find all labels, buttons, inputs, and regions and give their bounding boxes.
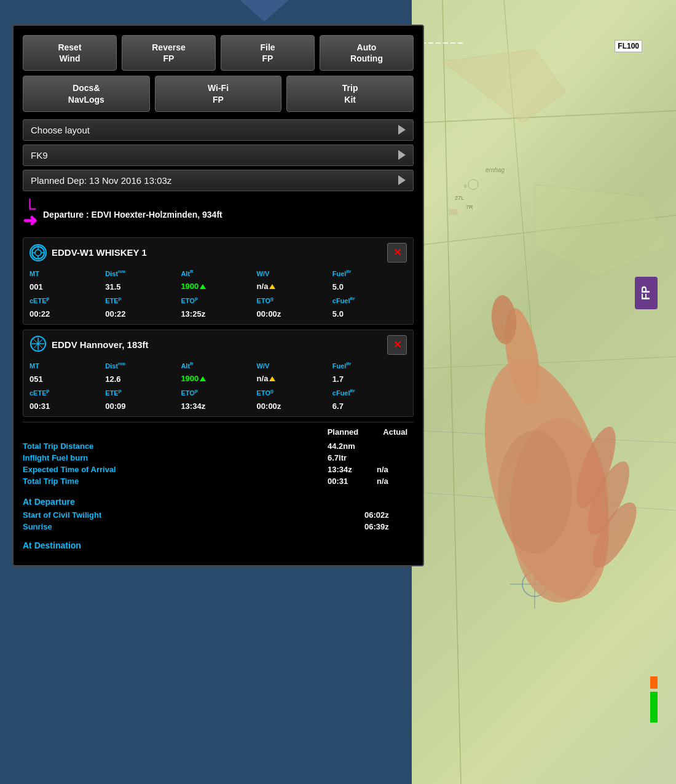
layout-arrow-icon: [398, 125, 406, 135]
svg-point-27: [35, 250, 41, 256]
green-indicator-bar: [650, 692, 658, 723]
fuel-value-2: 1.7: [332, 374, 344, 384]
waypoint-2-name: EDDV Hannover, 183ft: [52, 339, 387, 350]
svg-point-5: [468, 180, 478, 189]
eta-actual: n/a: [377, 465, 414, 474]
actual-header: Actual: [383, 427, 407, 437]
wp2-alt-value: 1900: [181, 373, 255, 384]
twilight-section: At Departure Start of Civil Twilight 06:…: [23, 492, 414, 556]
sunrise-row: Sunrise 06:39z: [23, 521, 414, 533]
svg-point-25: [498, 430, 572, 553]
reset-wind-button[interactable]: ResetWind: [23, 35, 117, 71]
wp1-cfuel-value: 5.0: [332, 308, 407, 319]
trip-kit-button[interactable]: TripKit: [286, 76, 414, 111]
wv-arrow-2: [269, 376, 275, 381]
wp1-dist-label: Distnm: [105, 267, 179, 279]
wp1-etog-label: ETOg: [257, 295, 331, 306]
alt-label-1: Altft: [181, 270, 193, 277]
reverse-fp-button[interactable]: ReverseFP: [122, 35, 216, 71]
wp1-alt-label: Altft: [181, 267, 255, 279]
vor-icon-1: [29, 244, 47, 261]
destination-twilight-header: At Destination: [23, 540, 414, 551]
wp1-data-row3: cETEp ETEp ETOp ETOg cFuelltr: [29, 295, 407, 306]
wp1-data-row4: 00:22 00:22 13:25z 00:00z 5.0: [29, 308, 407, 319]
wifi-fp-button[interactable]: Wi-FiFP: [155, 76, 282, 111]
dist-label-2: Distnm: [105, 362, 125, 370]
svg-rect-6: [449, 209, 458, 215]
departure-arrow-icon: └ ➜: [23, 200, 37, 229]
waypoint-1-name: EDDV-W1 WHISKEY 1: [52, 247, 387, 258]
aircraft-label: FK9: [31, 150, 48, 160]
wp1-data-row2: 001 31.5 1900 n/a 5.0: [29, 281, 407, 292]
eto-label-2: ETOp: [181, 389, 197, 397]
mt-label-2: MT: [29, 362, 39, 370]
wp1-mt-label: MT: [29, 267, 104, 279]
mt-value-1: 001: [29, 282, 43, 291]
wp1-alt-value: 1900: [181, 281, 255, 292]
eta-label: Expected Time of Arrival: [23, 465, 328, 474]
alt-up-arrow-2: [200, 376, 206, 381]
total-distance-row: Total Trip Distance 44.2nm: [23, 440, 414, 452]
cete-value-1: 00:22: [29, 309, 50, 319]
wp2-wv-value: n/a: [257, 373, 331, 384]
etog-value-1: 00:00z: [257, 309, 281, 319]
wp1-eto-value: 13:25z: [181, 308, 255, 319]
wv-label-2: W/V: [257, 362, 270, 370]
mt-label-1: MT: [29, 270, 39, 277]
auto-routing-button[interactable]: AutoRouting: [320, 35, 414, 71]
waypoint-2-left: EDDV Hannover, 183ft: [29, 335, 387, 355]
hand-overlay: [424, 234, 658, 695]
alt-value-1: 1900: [181, 282, 198, 291]
cfuel-label-2: cFuelltr: [332, 389, 355, 397]
wp2-data-row4: 00:31 00:09 13:34z 00:00z 6.7: [29, 400, 407, 411]
fuel-burn-label: Inflight Fuel burn: [23, 453, 328, 462]
docs-navlogs-button[interactable]: Docs&NavLogs: [23, 76, 150, 111]
button-row-2: Docs&NavLogs Wi-FiFP TripKit: [23, 76, 414, 111]
aircraft-dropdown[interactable]: FK9: [23, 145, 414, 166]
fuel-label-2: Fuelltr: [332, 362, 352, 370]
total-distance-label: Total Trip Distance: [23, 441, 328, 451]
eto-label-1: ETOp: [181, 297, 197, 304]
mt-value-2: 051: [29, 374, 43, 384]
total-time-row: Total Trip Time 00:31 n/a: [23, 475, 414, 487]
eto-value-2: 13:34z: [181, 402, 205, 411]
wp1-fuel-label: Fuelltr: [332, 267, 407, 279]
etog-value-2: 00:00z: [257, 402, 281, 411]
sunrise-value: 06:39z: [364, 522, 414, 531]
at-destination-label: At Destination: [23, 540, 81, 550]
layout-label: Choose layout: [31, 125, 90, 135]
civil-twilight-value: 06:02z: [364, 510, 414, 520]
total-distance-planned: 44.2nm: [328, 441, 377, 451]
wp1-fuel-value: 5.0: [332, 281, 407, 292]
layout-dropdown[interactable]: Choose layout: [23, 119, 414, 141]
wp1-etog-value: 00:00z: [257, 308, 331, 319]
wp1-ete-label: ETEp: [105, 295, 179, 306]
wp1-cete-label: cETEp: [29, 295, 104, 306]
waypoint-1-left: EDDV-W1 WHISKEY 1: [29, 244, 387, 261]
departure-time-arrow-icon: [398, 175, 406, 185]
main-panel: ResetWind ReverseFP FileFP AutoRouting D…: [12, 25, 424, 566]
file-fp-button[interactable]: FileFP: [221, 35, 315, 71]
summary-header-row: Planned Actual: [23, 427, 414, 437]
wp1-data-row1: MT Distnm Altft W/V Fuelltr: [29, 267, 407, 279]
departure-time-dropdown[interactable]: Planned Dep: 13 Nov 2016 13:03z: [23, 170, 414, 191]
waypoint-2-delete-button[interactable]: ✕: [387, 335, 407, 355]
dist-label-1: Distnm: [105, 270, 125, 277]
sunrise-label: Sunrise: [23, 522, 364, 531]
wp1-cfuel-label: cFuelltr: [332, 295, 407, 306]
svg-text:7R: 7R: [466, 204, 473, 210]
wp2-data-row3: cETEp ETEp ETOp ETOg cFuelltr: [29, 387, 407, 398]
departure-header: └ ➜ Departure : EDVI Hoexter-Holzminden,…: [23, 195, 414, 234]
wp2-data-row1: MT Distnm Altft W/V Fuelltr: [29, 360, 407, 371]
top-indicator-arrow: [240, 0, 289, 22]
total-time-label: Total Trip Time: [23, 477, 328, 486]
waypoint-1-delete-button[interactable]: ✕: [387, 243, 407, 263]
cete-label-1: cETEp: [29, 297, 49, 304]
waypoint-1: EDDV-W1 WHISKEY 1 ✕ MT Distnm Altft W/V …: [23, 237, 414, 325]
aircraft-arrow-icon: [398, 150, 406, 160]
departure-time-label: Planned Dep: 13 Nov 2016 13:03z: [31, 175, 171, 186]
fl100-label: FL100: [615, 40, 642, 52]
wv-label-1: W/V: [257, 270, 270, 277]
eta-row: Expected Time of Arrival 13:34z n/a: [23, 464, 414, 475]
dist-value-1: 31.5: [105, 282, 120, 291]
